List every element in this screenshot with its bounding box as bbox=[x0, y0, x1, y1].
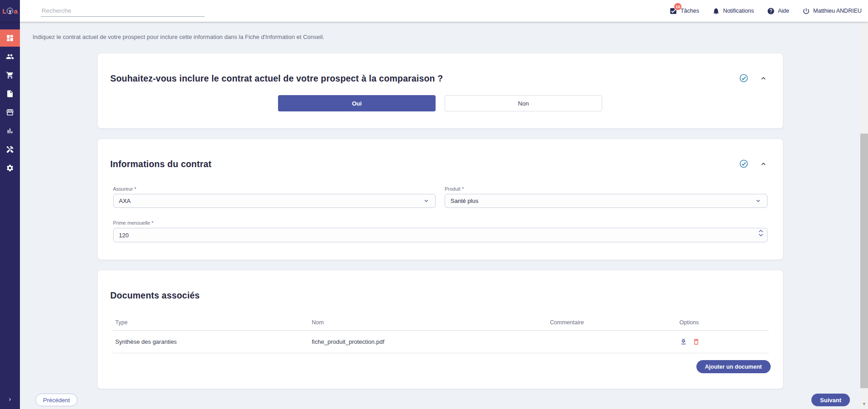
insurer-value: AXA bbox=[119, 197, 131, 204]
document-name: fiche_produit_protection.pdf bbox=[312, 338, 550, 345]
insurer-label: Assureur * bbox=[113, 186, 436, 192]
premium-input[interactable] bbox=[113, 228, 767, 242]
gear-icon bbox=[6, 164, 14, 172]
sidebar-item-statistics[interactable] bbox=[0, 122, 20, 140]
comparison-question: Souhaitez-vous inclure le contrat actuel… bbox=[110, 53, 783, 84]
help-label: Aide bbox=[778, 8, 789, 14]
column-header-name: Nom bbox=[312, 319, 550, 326]
sidebar-item-marketplace[interactable] bbox=[0, 104, 20, 121]
user-menu[interactable]: Matthieu ANDRIEU bbox=[802, 7, 862, 15]
chevron-down-icon bbox=[755, 197, 762, 204]
document-icon bbox=[6, 90, 14, 98]
cart-icon bbox=[6, 71, 14, 79]
power-icon bbox=[802, 7, 810, 15]
storefront-icon bbox=[6, 108, 14, 116]
next-button[interactable]: Suivant bbox=[811, 394, 850, 406]
intro-text: Indiquez le contrat actuel de votre pros… bbox=[33, 34, 860, 40]
dashboard-icon bbox=[6, 34, 14, 42]
sidebar-item-settings[interactable] bbox=[0, 159, 20, 177]
product-select[interactable]: Santé plus bbox=[445, 194, 767, 208]
chevron-right-icon bbox=[7, 397, 13, 402]
check-circle-icon bbox=[739, 73, 748, 83]
vertical-scrollbar: ▼ bbox=[860, 22, 868, 409]
top-bar: L y a 10 Tâches Notifications Aide bbox=[0, 0, 868, 22]
tasks-button[interactable]: 10 Tâches bbox=[669, 7, 699, 15]
product-label: Produit * bbox=[445, 186, 767, 192]
main-content: Indiquez le contrat actuel de votre pros… bbox=[20, 22, 860, 409]
sidebar bbox=[0, 22, 20, 409]
product-field: Produit * Santé plus bbox=[445, 186, 767, 208]
notifications-label: Notifications bbox=[723, 8, 754, 14]
stepper-down-icon[interactable] bbox=[758, 233, 763, 237]
documents-card: Documents associés Type Nom Commentaire … bbox=[97, 270, 783, 389]
documents-title: Documents associés bbox=[110, 270, 783, 301]
sidebar-item-contacts[interactable] bbox=[0, 48, 20, 65]
premium-label: Prime mensuelle * bbox=[113, 220, 767, 226]
chevron-up-icon[interactable] bbox=[759, 160, 767, 168]
premium-field: Prime mensuelle * bbox=[113, 220, 767, 242]
column-header-options: Options bbox=[676, 319, 769, 326]
sidebar-item-dashboard[interactable] bbox=[0, 29, 20, 47]
download-icon[interactable] bbox=[680, 338, 687, 346]
bar-chart-icon bbox=[6, 127, 14, 135]
no-button[interactable]: Non bbox=[445, 95, 602, 111]
chevron-up-icon[interactable] bbox=[759, 74, 767, 82]
column-header-comment: Commentaire bbox=[550, 319, 676, 326]
document-type: Synthèse des garanties bbox=[113, 338, 312, 345]
tasks-label: Tâches bbox=[681, 8, 699, 14]
tools-icon bbox=[6, 145, 14, 154]
product-value: Santé plus bbox=[451, 197, 478, 204]
add-document-button[interactable]: Ajouter un document bbox=[696, 360, 771, 373]
sidebar-item-sales[interactable] bbox=[0, 67, 20, 84]
notifications-button[interactable]: Notifications bbox=[712, 7, 754, 15]
chevron-down-icon bbox=[423, 197, 430, 204]
yes-button[interactable]: Oui bbox=[278, 95, 436, 111]
insurer-select[interactable]: AXA bbox=[113, 194, 436, 208]
sidebar-item-documents[interactable] bbox=[0, 85, 20, 102]
bell-icon bbox=[712, 7, 720, 15]
column-header-type: Type bbox=[113, 319, 312, 326]
logo-letter: a bbox=[14, 7, 17, 15]
logo-letter-circled: y bbox=[7, 8, 13, 14]
help-circle-icon bbox=[767, 7, 775, 15]
help-button[interactable]: Aide bbox=[767, 7, 789, 15]
people-icon bbox=[6, 53, 14, 61]
search-input[interactable] bbox=[41, 5, 205, 17]
insurer-field: Assureur * AXA bbox=[113, 186, 436, 208]
scrollbar-thumb[interactable] bbox=[860, 134, 868, 388]
logo-letter: L bbox=[2, 7, 6, 15]
sidebar-expand-button[interactable] bbox=[0, 395, 20, 404]
app-logo[interactable]: L y a bbox=[0, 0, 20, 22]
sidebar-item-tools[interactable] bbox=[0, 141, 20, 158]
previous-button[interactable]: Précédent bbox=[35, 394, 77, 406]
table-header-row: Type Nom Commentaire Options bbox=[113, 314, 769, 331]
table-row: Synthèse des garanties fiche_produit_pro… bbox=[113, 331, 769, 353]
contract-info-title: Informations du contrat bbox=[110, 139, 783, 169]
contract-info-card: Informations du contrat Assureur * AXA P… bbox=[97, 139, 783, 260]
scrollbar-down-arrow-icon[interactable]: ▼ bbox=[860, 402, 868, 406]
trash-icon[interactable] bbox=[692, 338, 700, 346]
user-name: Matthieu ANDRIEU bbox=[813, 8, 862, 14]
comparison-card: Souhaitez-vous inclure le contrat actuel… bbox=[97, 53, 783, 129]
number-stepper[interactable] bbox=[758, 229, 763, 237]
documents-table: Type Nom Commentaire Options Synthèse de… bbox=[113, 314, 769, 353]
check-circle-icon bbox=[739, 159, 748, 168]
stepper-up-icon[interactable] bbox=[758, 229, 763, 233]
